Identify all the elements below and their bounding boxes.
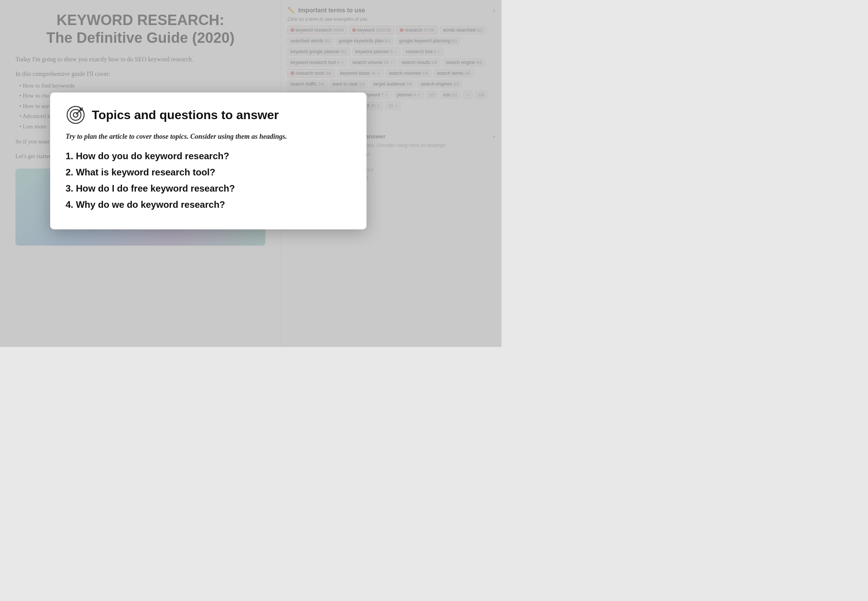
modal-question-item: 2. What is keyword research tool?: [66, 167, 351, 178]
modal-target-icon: [66, 105, 86, 125]
modal-title: Topics and questions to answer: [92, 108, 279, 122]
modal-overlay: Topics and questions to answer Try to pl…: [0, 0, 502, 347]
modal-questions: 1. How do you do keyword research? 2. Wh…: [66, 151, 351, 210]
modal-question-item: 4. Why do we do keyword research?: [66, 199, 351, 210]
modal-question-item: 1. How do you do keyword research?: [66, 151, 351, 162]
modal-box: Topics and questions to answer Try to pl…: [50, 93, 366, 229]
modal-header: Topics and questions to answer: [66, 105, 351, 125]
modal-question-item: 3. How do I do free keyword research?: [66, 183, 351, 194]
modal-subtitle: Try to plan the article to cover those t…: [66, 132, 351, 141]
svg-line-3: [76, 110, 80, 114]
